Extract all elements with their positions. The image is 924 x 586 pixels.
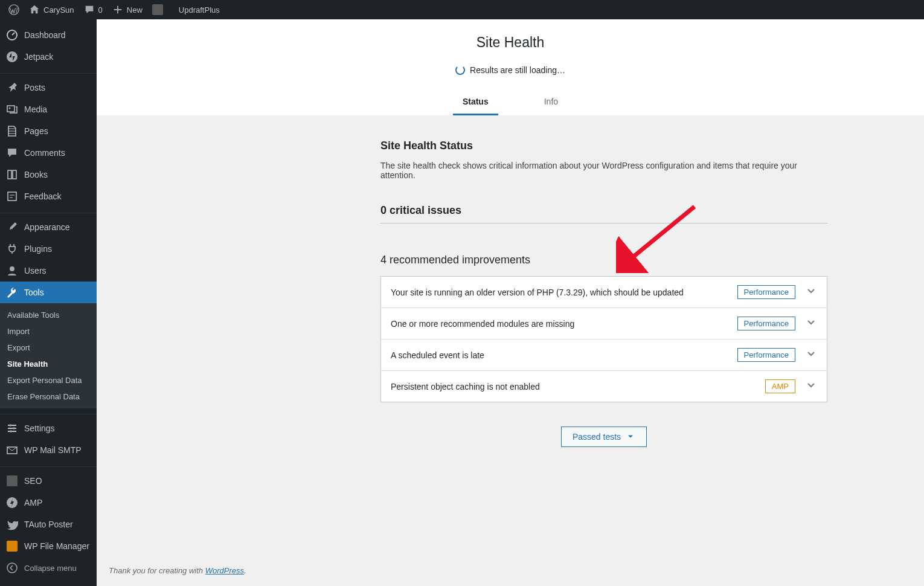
site-name-text: CarySun: [43, 5, 74, 14]
sidebar-item-media[interactable]: Media: [0, 98, 97, 120]
issue-title: Persistent object caching is not enabled: [391, 382, 765, 391]
health-issue-row[interactable]: Persistent object caching is not enabled…: [381, 371, 827, 402]
sidebar-item-label: Tools: [24, 288, 44, 297]
health-issue-row[interactable]: Your site is running an older version of…: [381, 277, 827, 308]
sidebar-item-label: Users: [24, 266, 47, 275]
sidebar-item-tauto-poster[interactable]: TAuto Poster: [0, 514, 97, 535]
loading-indicator: Results are still loading…: [97, 65, 924, 75]
sidebar-item-label: Posts: [24, 83, 45, 92]
sidebar-item-comments[interactable]: Comments: [0, 142, 97, 164]
sidebar-item-plugins[interactable]: Plugins: [0, 238, 97, 260]
sidebar-item-label: SEO: [24, 476, 42, 486]
spinner-icon: [455, 65, 465, 75]
updraft-link[interactable]: UpdraftPlus: [174, 0, 225, 19]
sidebar-item-users[interactable]: Users: [0, 260, 97, 282]
health-issue-row[interactable]: One or more recommended modules are miss…: [381, 308, 827, 340]
yoast-icon: [6, 475, 18, 487]
wordpress-icon: [8, 4, 19, 15]
sidebar-item-label: Media: [24, 105, 47, 114]
sidebar-item-jetpack[interactable]: Jetpack: [0, 46, 97, 68]
svg-point-2: [7, 51, 18, 62]
submenu-item-erase-personal-data[interactable]: Erase Personal Data: [0, 388, 97, 405]
sidebar-item-appearance[interactable]: Appearance: [0, 216, 97, 238]
sidebar-item-pages[interactable]: Pages: [0, 120, 97, 142]
sidebar-item-label: Books: [24, 170, 48, 179]
page-title: Site Health: [97, 34, 924, 51]
new-content-link[interactable]: New: [107, 0, 147, 19]
submenu-item-available-tools[interactable]: Available Tools: [0, 307, 97, 323]
sidebar-item-label: WP File Manager: [24, 541, 89, 551]
sidebar-item-seo[interactable]: SEO: [0, 470, 97, 492]
issue-badge: AMP: [765, 379, 795, 393]
collapse-menu-button[interactable]: Collapse menu: [0, 557, 97, 579]
sidebar-item-wp-file-manager[interactable]: WP File Manager: [0, 535, 97, 557]
comments-link[interactable]: 0: [79, 0, 107, 19]
sidebar-item-wp-mail-smtp[interactable]: WP Mail SMTP: [0, 439, 97, 461]
status-description: The site health check shows critical inf…: [380, 161, 827, 180]
folder-icon: [6, 540, 18, 552]
sidebar-item-settings[interactable]: Settings: [0, 417, 97, 439]
updraft-label: UpdraftPlus: [179, 5, 220, 14]
plus-icon: [112, 4, 123, 15]
chevron-down-icon: [626, 432, 635, 442]
health-issue-row[interactable]: A scheduled event is latePerformance: [381, 340, 827, 371]
sidebar-item-dashboard[interactable]: Dashboard: [0, 24, 97, 46]
issue-title: A scheduled event is late: [391, 350, 737, 360]
admin-toolbar: CarySun 0 New UpdraftPlus: [0, 0, 924, 19]
expand-issue-button[interactable]: [805, 285, 817, 299]
submenu-item-site-health[interactable]: Site Health: [0, 356, 97, 372]
wordpress-link[interactable]: WordPress: [205, 566, 244, 575]
sidebar-item-feedback[interactable]: Feedback: [0, 185, 97, 207]
tab-status[interactable]: Status: [453, 89, 498, 115]
sidebar-item-label: WP Mail SMTP: [24, 445, 82, 455]
brush-icon: [6, 221, 18, 233]
footer-prefix: Thank you for creating with: [109, 566, 205, 575]
svg-point-5: [10, 266, 14, 271]
sidebar-item-label: Pages: [24, 126, 48, 136]
twitter-icon: [6, 518, 18, 530]
expand-issue-button[interactable]: [805, 317, 817, 330]
sidebar-item-label: Comments: [24, 148, 65, 158]
yoast-icon: [152, 4, 163, 15]
expand-issue-button[interactable]: [805, 348, 817, 362]
expand-issue-button[interactable]: [805, 379, 817, 393]
passed-tests-button[interactable]: Passed tests: [561, 427, 647, 447]
plug-icon: [6, 243, 18, 255]
svg-point-8: [10, 430, 12, 433]
sidebar-item-label: AMP: [24, 498, 42, 507]
submenu-item-export-personal-data[interactable]: Export Personal Data: [0, 372, 97, 388]
issue-badge: Performance: [737, 317, 795, 330]
issue-title: Your site is running an older version of…: [391, 288, 737, 297]
main-content: Site Health Results are still loading… S…: [97, 19, 924, 586]
chevron-down-icon: [805, 348, 817, 360]
admin-sidebar: DashboardJetpackPostsMediaPagesCommentsB…: [0, 19, 97, 586]
amp-icon: [6, 497, 18, 509]
tab-info[interactable]: Info: [534, 89, 568, 115]
sidebar-item-label: Appearance: [24, 222, 70, 232]
footer-credit: Thank you for creating with WordPress.: [109, 566, 246, 575]
book-icon: [6, 169, 18, 181]
chevron-down-icon: [805, 379, 817, 391]
submenu-item-import[interactable]: Import: [0, 323, 97, 340]
submenu-item-export[interactable]: Export: [0, 340, 97, 356]
issue-title: One or more recommended modules are miss…: [391, 319, 737, 329]
sidebar-item-posts[interactable]: Posts: [0, 77, 97, 98]
dashboard-icon: [6, 29, 18, 41]
svg-point-11: [7, 563, 17, 573]
issue-badge: Performance: [737, 348, 795, 362]
site-health-header: Site Health Results are still loading… S…: [97, 19, 924, 115]
feedback-icon: [6, 190, 18, 202]
svg-point-3: [9, 108, 11, 109]
recommended-heading: 4 recommended improvements: [380, 254, 827, 266]
new-label: New: [127, 5, 143, 14]
sidebar-item-amp[interactable]: AMP: [0, 492, 97, 514]
yoast-link[interactable]: [147, 0, 168, 19]
site-name-link[interactable]: CarySun: [24, 0, 79, 19]
sidebar-item-label: Settings: [24, 423, 55, 433]
sidebar-item-books[interactable]: Books: [0, 164, 97, 185]
sidebar-item-tools[interactable]: Tools: [0, 282, 97, 303]
wp-logo[interactable]: [4, 0, 24, 19]
svg-rect-4: [8, 192, 16, 201]
footer-suffix: .: [244, 566, 246, 575]
loading-text: Results are still loading…: [470, 65, 565, 75]
